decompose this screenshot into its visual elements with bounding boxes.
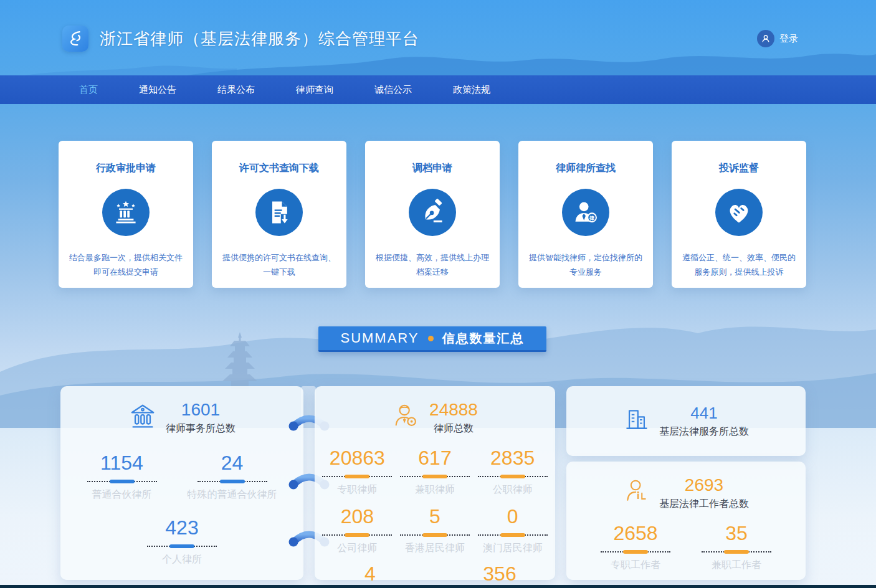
stat-value: 2658 (613, 522, 657, 545)
document-download-icon (255, 189, 303, 236)
law-firms-total-label: 律师事务所总数 (166, 422, 236, 435)
stat-value: 0 (507, 505, 518, 528)
stat-value: 356 (483, 562, 516, 586)
summary-banner: SUMMARY 信息数量汇总 (318, 326, 546, 352)
card-title: 许可文书查询下载 (212, 162, 346, 175)
grassroots-workers-header: 2693 基层法律工作者总数 (566, 462, 806, 511)
login-button[interactable]: 登录 (757, 30, 798, 47)
law-firms-total: 1601 (181, 400, 220, 420)
stat-item: 1154 普通合伙律所 (87, 452, 157, 501)
login-label: 登录 (779, 33, 798, 45)
grassroots-workers-grid: 2658 专职工作者 35 兼职工作者 (566, 522, 806, 572)
service-card-lawyer-search[interactable]: 律师律所查找 律 提供智能找律师，定位找律所的专业服务 (518, 141, 653, 288)
stat-divider (322, 476, 392, 477)
stat-item: 356 法援律师 (465, 562, 535, 588)
courthouse-icon (102, 189, 150, 236)
stat-item: 617 兼职律师 (396, 447, 474, 496)
service-card-license-download[interactable]: 许可文书查询下载 提供便携的许可文书在线查询、一键下载 (212, 141, 346, 288)
stat-divider (702, 551, 771, 552)
header: 浙江省律师（基层法律服务）综合管理平台 登录 (0, 0, 876, 75)
stat-item: 24 特殊的普通合伙律所 (188, 452, 277, 501)
law-firms-grid: 1154 普通合伙律所 24 特殊的普通合伙律所 (60, 452, 303, 501)
stat-divider (147, 546, 217, 547)
card-description: 根据便捷、高效，提供线上办理档案迁移 (374, 251, 491, 280)
stat-item: 4 台湾居民律师 (335, 562, 405, 588)
nav-item-lawyer-search[interactable]: 律师查询 (296, 84, 333, 96)
site-title: 浙江省律师（基层法律服务）综合管理平台 (100, 28, 419, 50)
service-card-archive-request[interactable]: 调档申请 根据便捷、高效，提供线上办理档案迁移 (365, 141, 500, 288)
stat-label: 公职律师 (493, 483, 533, 496)
stat-item: 5 香港居民律师 (396, 505, 474, 555)
stat-value: 20863 (330, 447, 385, 470)
stat-divider (478, 534, 548, 536)
pagoda-art (221, 332, 259, 394)
service-card-admin-approval[interactable]: 行政审批申请 结合最多跑一次，提供相关文件即可在线提交申请 (59, 141, 193, 288)
card-description: 提供智能找律师，定位找律所的专业服务 (527, 251, 644, 280)
main-content: 行政审批申请 结合最多跑一次，提供相关文件即可在线提交申请 (0, 104, 876, 588)
stat-item: 20863 专职律师 (318, 447, 396, 496)
main-nav: 首页 通知公告 结果公布 律师查询 诚信公示 政策法规 (0, 75, 876, 104)
lawyers-grid: 20863 专职律师 617 兼职律师 2835 公职律师 (315, 447, 555, 555)
card-description: 结合最多跑一次，提供相关文件即可在线提交申请 (67, 251, 184, 280)
law-firms-header: 1601 律师事务所总数 (60, 386, 303, 435)
stat-divider (478, 476, 548, 477)
nav-item-notices[interactable]: 通知公告 (139, 84, 176, 96)
card-title: 投诉监督 (672, 162, 806, 175)
lawyers-total-label: 律师总数 (434, 422, 474, 435)
lawyers-total: 24888 (429, 400, 478, 420)
stat-item: 2835 公职律师 (474, 447, 551, 496)
stat-value: 423 (165, 516, 198, 539)
lawyers-panel: 24888 律师总数 20863 专职律师 617 兼职律师 (315, 386, 555, 580)
summary-title-en: SUMMARY (340, 330, 419, 346)
grassroots-offices-header: 441 基层法律服务所总数 (623, 404, 749, 439)
stat-value: 617 (418, 447, 451, 470)
stat-label: 特殊的普通合伙律所 (188, 488, 277, 501)
nav-item-policies[interactable]: 政策法规 (453, 84, 490, 96)
stat-label: 普通合伙律所 (92, 488, 152, 501)
grassroots-offices-panel: 441 基层法律服务所总数 (566, 386, 806, 456)
stat-divider (400, 534, 470, 536)
stat-value: 5 (429, 505, 440, 528)
stat-value: 35 (725, 522, 748, 545)
lawyers-header: 24888 律师总数 (315, 386, 555, 435)
grassroots-offices-total: 441 (690, 404, 717, 423)
stat-value: 208 (341, 505, 374, 528)
nav-item-integrity[interactable]: 诚信公示 (374, 84, 412, 96)
stat-divider (400, 476, 470, 477)
summary-title-zh: 信息数量汇总 (442, 330, 525, 347)
bank-icon (128, 402, 157, 434)
stat-label: 澳门居民律师 (483, 542, 543, 555)
worker-icon (623, 478, 650, 508)
grassroots-workers-total: 2693 (685, 475, 723, 495)
footer-bar (0, 585, 876, 588)
service-cards: 行政审批申请 结合最多跑一次，提供相关文件即可在线提交申请 (59, 141, 806, 288)
card-title: 行政审批申请 (59, 162, 193, 175)
card-description: 遵循公正、统一、效率、便民的服务原则，提供线上投诉 (680, 251, 797, 280)
user-avatar-icon (757, 30, 774, 47)
lawyer-icon (392, 402, 421, 434)
nav-item-results[interactable]: 结果公布 (217, 84, 255, 96)
stat-divider (601, 551, 670, 552)
card-description: 提供便携的许可文书在线查询、一键下载 (221, 251, 338, 280)
stat-value: 4 (364, 562, 376, 586)
brand: 浙江省律师（基层法律服务）综合管理平台 (62, 26, 419, 52)
stat-divider (198, 481, 267, 482)
stat-label: 兼职律师 (415, 483, 455, 496)
stats-section: 1601 律师事务所总数 1154 普通合伙律所 24 特殊的普通合伙律所 (60, 386, 806, 580)
stat-label: 兼职工作者 (712, 559, 761, 572)
service-card-complaint[interactable]: 投诉监督 遵循公正、统一、效率、便民的服务原则，提供线上投诉 (672, 141, 806, 288)
summary-dot-icon (428, 336, 434, 341)
stat-value: 1154 (100, 452, 143, 475)
stat-label: 专职律师 (337, 483, 377, 496)
nav-item-home[interactable]: 首页 (79, 84, 98, 96)
stat-label: 个人律所 (162, 553, 202, 566)
stat-item: 423 个人律所 (147, 516, 217, 566)
stat-item: 35 兼职工作者 (702, 522, 771, 572)
grassroots-workers-panel: 2693 基层法律工作者总数 2658 专职工作者 35 兼职工作者 (566, 462, 806, 580)
stat-label: 香港居民律师 (405, 542, 465, 555)
stat-item: 208 公司律师 (318, 505, 396, 555)
lawyer-search-icon: 律 (562, 189, 609, 236)
law-firms-panel: 1601 律师事务所总数 1154 普通合伙律所 24 特殊的普通合伙律所 (60, 386, 303, 580)
law-firms-grid-row2: 423 个人律所 (60, 516, 303, 566)
lawyers-grid-row3: 4 台湾居民律师 356 法援律师 (315, 562, 555, 588)
